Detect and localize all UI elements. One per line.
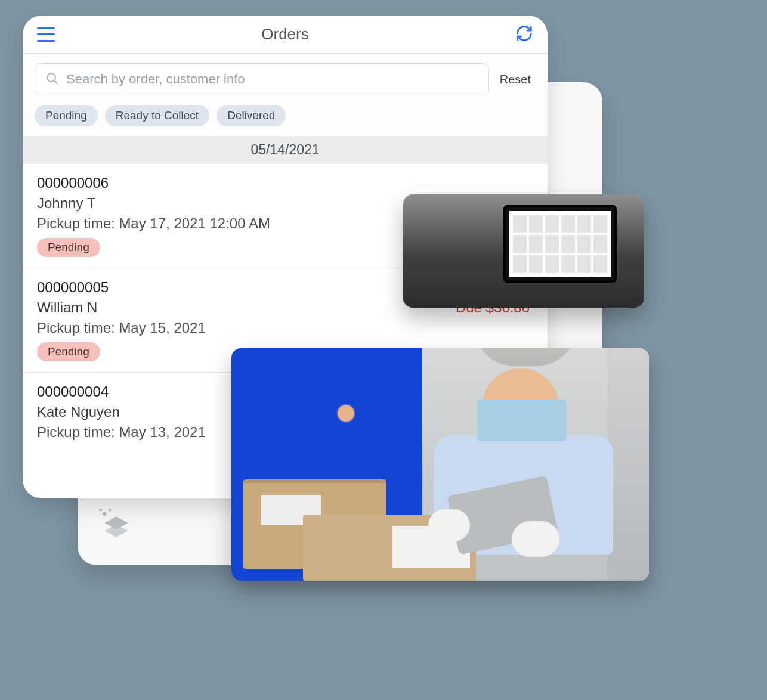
order-number: 000000005 bbox=[37, 279, 109, 296]
order-number: 000000006 bbox=[37, 175, 109, 191]
warehouse-photo bbox=[231, 348, 649, 581]
svg-point-4 bbox=[109, 509, 111, 511]
filter-chip-ready[interactable]: Ready to Collect bbox=[105, 105, 209, 126]
order-customer: William N bbox=[37, 299, 97, 316]
menu-button[interactable] bbox=[37, 27, 55, 42]
refresh-icon bbox=[515, 34, 533, 44]
reset-button[interactable]: Reset bbox=[500, 73, 536, 86]
svg-point-3 bbox=[100, 509, 102, 511]
status-badge: Pending bbox=[37, 238, 100, 257]
order-pickup-time: Pickup time: May 15, 2021 bbox=[37, 320, 533, 336]
brand-logo-icon bbox=[95, 502, 137, 544]
filter-chip-delivered[interactable]: Delivered bbox=[217, 105, 286, 126]
filter-chip-pending[interactable]: Pending bbox=[35, 105, 98, 126]
search-input[interactable] bbox=[59, 72, 479, 87]
pos-terminal-photo bbox=[403, 194, 644, 308]
svg-marker-1 bbox=[104, 524, 128, 537]
page-title: Orders bbox=[261, 25, 308, 44]
search-row: Reset bbox=[23, 54, 548, 103]
search-icon bbox=[45, 71, 59, 88]
status-badge: Pending bbox=[37, 342, 100, 361]
panel-header: Orders bbox=[23, 16, 548, 54]
search-box[interactable] bbox=[35, 63, 489, 95]
filter-chip-row: Pending Ready to Collect Delivered bbox=[23, 103, 548, 136]
svg-line-6 bbox=[54, 80, 57, 83]
order-number: 000000004 bbox=[37, 383, 109, 400]
svg-point-2 bbox=[103, 512, 107, 516]
date-divider: 05/14/2021 bbox=[23, 136, 548, 164]
refresh-button[interactable] bbox=[515, 24, 533, 45]
